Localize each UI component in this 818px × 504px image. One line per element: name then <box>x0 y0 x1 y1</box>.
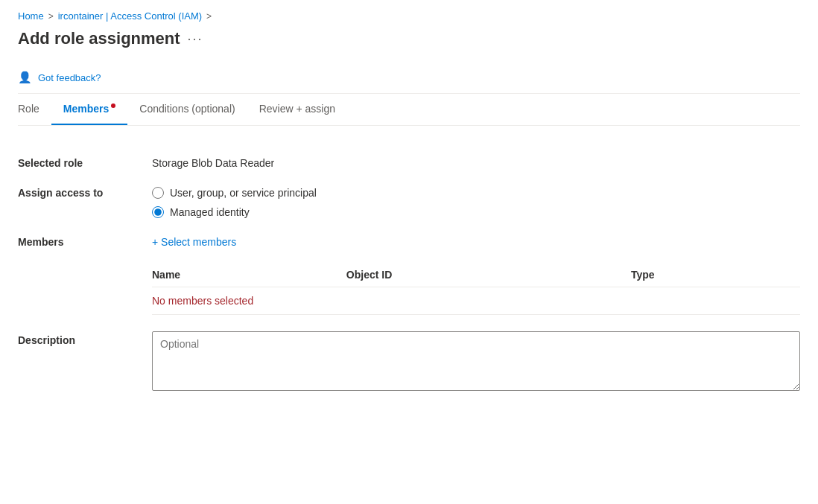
assign-access-label: Assign access to <box>18 176 152 206</box>
col-header-type: Type <box>631 263 800 287</box>
radio-user-group[interactable]: User, group, or service principal <box>152 187 800 199</box>
assign-access-options: User, group, or service principal Manage… <box>152 176 800 226</box>
tab-conditions[interactable]: Conditions (optional) <box>127 94 247 125</box>
radio-user-group-input[interactable] <box>152 187 164 199</box>
breadcrumb-container[interactable]: ircontainer | Access Control (IAM) <box>58 10 202 22</box>
more-options-icon[interactable]: ··· <box>188 31 203 47</box>
radio-managed-identity-input[interactable] <box>152 206 164 218</box>
col-header-object-id: Object ID <box>346 263 631 287</box>
members-content: + Select members Name Object ID Type No … <box>152 226 800 321</box>
members-tab-dot <box>111 103 115 108</box>
tabs-nav: Role Members Conditions (optional) Revie… <box>18 94 800 126</box>
page-title-row: Add role assignment ··· <box>18 29 800 48</box>
breadcrumb-sep1: > <box>48 11 54 22</box>
tab-members[interactable]: Members <box>51 94 127 125</box>
feedback-icon: 👤 <box>18 71 32 84</box>
tab-role[interactable]: Role <box>18 94 51 125</box>
breadcrumb-sep2: > <box>206 11 212 22</box>
radio-managed-identity-label: Managed identity <box>170 206 250 218</box>
no-members-row: No members selected <box>152 287 800 315</box>
form-section: Selected role Storage Blob Data Reader A… <box>18 147 800 393</box>
col-header-name: Name <box>152 263 346 287</box>
table-header-row: Name Object ID Type <box>152 263 800 287</box>
selected-role-value: Storage Blob Data Reader <box>152 147 800 176</box>
breadcrumb-home[interactable]: Home <box>18 10 44 22</box>
selected-role-label: Selected role <box>18 147 152 176</box>
feedback-label: Got feedback? <box>38 72 101 83</box>
description-label: Description <box>18 321 152 354</box>
feedback-bar[interactable]: 👤 Got feedback? <box>18 63 800 94</box>
page-title: Add role assignment <box>18 29 180 48</box>
selected-role-text: Storage Blob Data Reader <box>152 157 274 169</box>
description-input[interactable] <box>152 331 800 391</box>
tab-review-assign[interactable]: Review + assign <box>247 94 347 125</box>
radio-managed-identity[interactable]: Managed identity <box>152 206 800 218</box>
no-members-text: No members selected <box>152 287 800 315</box>
breadcrumb: Home > ircontainer | Access Control (IAM… <box>18 0 800 29</box>
members-label: Members <box>18 226 152 254</box>
members-table: Name Object ID Type No members selected <box>152 263 800 315</box>
radio-user-group-label: User, group, or service principal <box>170 187 317 199</box>
description-wrapper <box>152 321 800 393</box>
select-members-button[interactable]: + Select members <box>152 236 236 248</box>
